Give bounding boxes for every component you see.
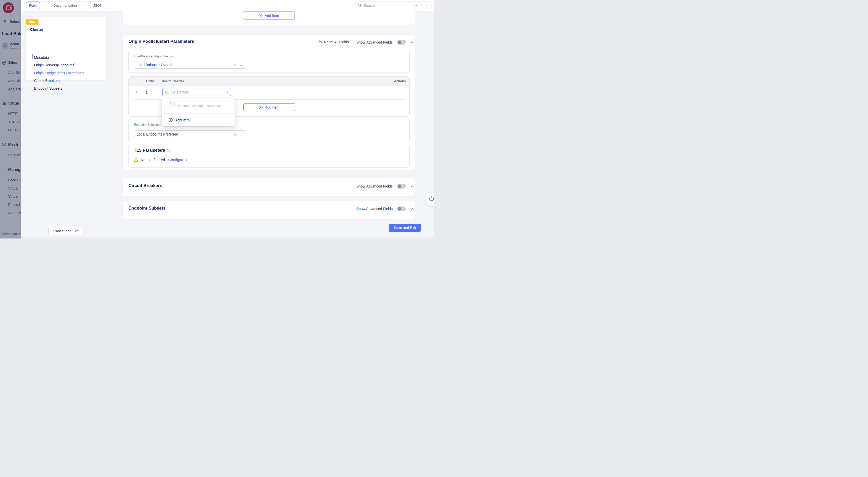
find-divider <box>412 3 412 7</box>
row-order-value: 1 <box>146 91 148 95</box>
view-tabs: Form Documentation JSON <box>26 2 105 9</box>
help-fab[interactable] <box>426 193 434 205</box>
show-advanced-toggle[interactable] <box>397 184 406 189</box>
main-sidebar: f5 Select Load Bala D defau Names Sites … <box>0 0 21 238</box>
select-dropdown: No items available for selection Add Ite… <box>162 98 235 126</box>
col-order: Order <box>146 79 155 83</box>
tls-title: TLS Parameters <box>134 148 165 153</box>
active-item-bar <box>32 54 33 59</box>
endpoint-selection-value: Local Endpoints Preferred <box>136 132 178 136</box>
lb-algorithm-panel: LoadBalancer Algorithm Load Balancer Ove… <box>128 51 410 73</box>
toggle-knob <box>398 40 401 44</box>
find-bar <box>355 2 431 9</box>
collapse-section-icon[interactable] <box>410 40 414 45</box>
chevron-up-icon <box>225 91 228 94</box>
show-advanced-toggle[interactable] <box>397 206 406 211</box>
wizard-item-endpoint-subsets[interactable]: Endpoint Subsets <box>34 86 62 91</box>
select-placeholder: Select Item <box>171 90 223 94</box>
tls-parameters-panel: TLS Parameters Not configured Configure <box>128 145 410 168</box>
add-item-label: Add Item <box>265 105 279 109</box>
chevron-down-icon[interactable] <box>240 133 243 137</box>
origin-pool-section: Origin Pool(cluster) Parameters Reset Al… <box>123 35 415 170</box>
add-item-button[interactable]: Add Item <box>243 11 295 20</box>
lb-algorithm-label: LoadBalancer Algorithm <box>134 55 168 58</box>
wizard-item-origin-pool-parameters[interactable]: Origin Pool(cluster) Parameters <box>34 71 84 75</box>
search-input[interactable] <box>364 4 410 7</box>
dropdown-empty-state: No items available for selection <box>162 98 235 113</box>
cancel-and-exit-button[interactable]: Cancel and Exit <box>49 227 83 235</box>
dropdown-add-item-label: Add Item <box>175 118 190 122</box>
section-title: Endpoint Subsets <box>128 206 165 211</box>
reset-all-fields-button[interactable]: Reset All Fields <box>318 40 349 44</box>
divider-notch <box>30 34 33 37</box>
wizard-item-circuit-breakers[interactable]: Circuit Breakers <box>34 79 60 83</box>
bottom-strip <box>0 237 434 238</box>
drag-handle-icon[interactable] <box>136 91 139 96</box>
endpoint-selection-label: Endpoint Selection <box>134 123 160 127</box>
help-circle-icon[interactable] <box>169 55 173 58</box>
show-advanced-toggle[interactable] <box>397 40 406 44</box>
modal-overlay <box>0 0 21 238</box>
plus-circle-icon <box>258 13 262 18</box>
chevron-up-icon[interactable] <box>414 4 417 7</box>
warning-icon <box>134 158 138 162</box>
collapse-section-icon[interactable] <box>410 184 414 189</box>
show-advanced-label: Show Advanced Fields <box>356 40 393 44</box>
chevron-right-icon <box>185 158 188 161</box>
show-advanced-label: Show Advanced Fields <box>356 207 393 211</box>
list-icon <box>165 90 169 94</box>
origin-servers-section: Add Item <box>123 11 415 25</box>
configure-link[interactable]: Configure <box>168 158 188 162</box>
section-title: Origin Pool(cluster) Parameters <box>128 39 194 44</box>
dropdown-add-item[interactable]: Add Item <box>162 114 235 126</box>
divider <box>26 35 106 35</box>
wizard-title: Cluster <box>30 27 43 32</box>
new-badge: New <box>26 19 38 25</box>
health-check-select[interactable]: Select Item <box>162 88 231 96</box>
toggle-knob <box>398 184 401 188</box>
clear-icon[interactable] <box>234 63 237 67</box>
plus-circle-icon <box>168 118 173 122</box>
lb-algorithm-select[interactable]: Load Balancer Override <box>134 61 246 69</box>
close-icon[interactable] <box>425 4 429 7</box>
col-health-checks: Health Checks <box>162 79 184 83</box>
tab-json[interactable]: JSON <box>91 2 105 9</box>
lb-algorithm-value: Load Balancer Override <box>136 63 175 67</box>
section-title: Circuit Breakers <box>128 183 162 188</box>
header-divider <box>377 77 377 86</box>
top-bar: Form Documentation JSON <box>21 0 434 11</box>
collapse-section-icon[interactable] <box>410 207 414 212</box>
toggle-knob <box>398 207 401 211</box>
app-root: Form Documentation JSON New Cluster <box>0 0 434 238</box>
empty-list-icon <box>168 102 175 109</box>
plus-circle-icon <box>259 105 263 109</box>
chevron-down-icon[interactable] <box>420 4 423 7</box>
table-header: Order Health Checks Actions <box>129 77 409 86</box>
dropdown-empty-text: No items available for selection <box>178 104 224 108</box>
endpoint-selection-select[interactable]: Local Endpoints Preferred <box>134 130 246 138</box>
wizard-item-origin-servers[interactable]: Origin Servers(Endpoints) <box>34 63 75 67</box>
tab-documentation[interactable]: Documentation <box>40 2 91 9</box>
add-item-button[interactable]: Add Item <box>243 103 295 111</box>
tls-status-text: Not configured <box>141 158 165 162</box>
save-and-exit-button[interactable]: Save and Exit <box>389 224 421 232</box>
clear-icon[interactable] <box>234 133 237 137</box>
help-circle-icon[interactable] <box>167 148 170 152</box>
row-actions-menu[interactable]: ••• <box>398 90 404 94</box>
configure-label: Configure <box>168 158 184 162</box>
chevron-down-icon[interactable] <box>240 64 243 68</box>
search-icon <box>358 3 362 7</box>
tab-form[interactable]: Form <box>26 2 40 9</box>
wizard-item-metadata[interactable]: Metadata <box>34 56 49 60</box>
circuit-breakers-section: Circuit Breakers Show Advanced Fields <box>123 178 415 197</box>
undo-icon <box>318 40 322 44</box>
col-actions: Actions <box>394 79 406 83</box>
wizard-nav-panel: New Cluster Metadata Origin Servers(Endp… <box>26 16 106 80</box>
add-item-label: Add Item <box>265 13 279 18</box>
reset-all-fields-label: Reset All Fields <box>324 40 349 44</box>
help-circle-icon <box>429 196 434 201</box>
endpoint-subsets-section: Endpoint Subsets Show Advanced Fields <box>123 201 415 219</box>
show-advanced-label: Show Advanced Fields <box>356 184 393 188</box>
